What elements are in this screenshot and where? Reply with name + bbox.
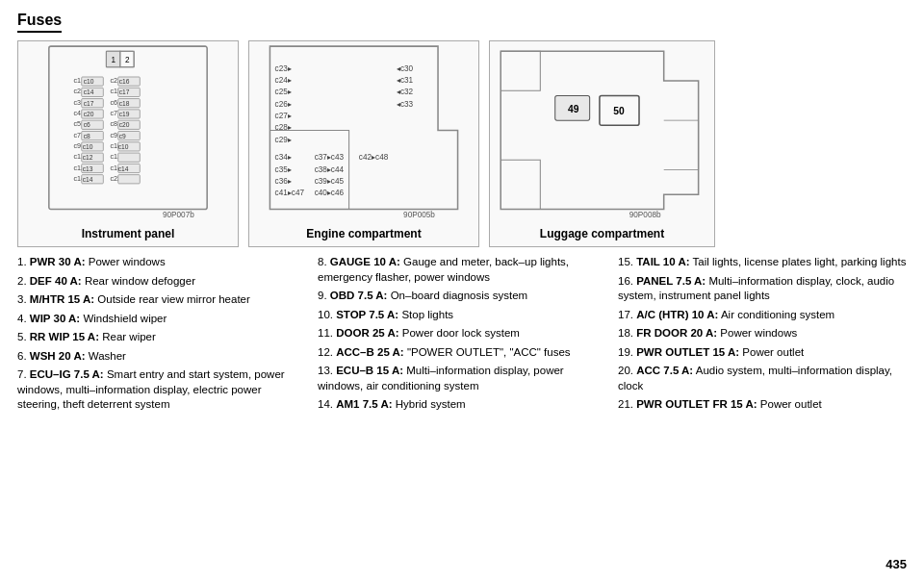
svg-rect-63: [118, 175, 141, 184]
svg-text:90P007b: 90P007b: [163, 211, 194, 219]
svg-text:2: 2: [125, 56, 130, 64]
svg-text:c4: c4: [74, 110, 82, 117]
fuse-label: ECU–IG 7.5 A:: [30, 368, 104, 380]
fuse-label: DOOR 25 A:: [336, 327, 398, 339]
fuse-label: PWR OUTLET FR 15 A:: [636, 398, 757, 410]
fuse-label: PWR OUTLET 15 A:: [636, 346, 739, 358]
svg-text:c3: c3: [74, 99, 82, 107]
fuse-label: M/HTR 15 A:: [30, 293, 94, 305]
svg-text:c10: c10: [118, 143, 129, 150]
svg-text:c10: c10: [84, 78, 94, 85]
svg-text:c14: c14: [84, 88, 94, 95]
svg-text:c34▸: c34▸: [275, 153, 292, 162]
svg-text:c41▸c47: c41▸c47: [275, 189, 305, 197]
fuse-label: OBD 7.5 A:: [330, 290, 388, 301]
svg-text:c1: c1: [74, 77, 82, 85]
fuse-item: 7. ECU–IG 7.5 A: Smart entry and start s…: [17, 367, 306, 413]
svg-text:c6: c6: [84, 121, 90, 128]
svg-text:c9: c9: [111, 132, 118, 139]
fuse-label: WSH 20 A:: [30, 350, 86, 362]
fuse-number: 4.: [17, 313, 30, 324]
svg-text:c20: c20: [84, 111, 94, 117]
fuse-item: 8. GAUGE 10 A: Gauge and meter, back–up …: [318, 255, 606, 285]
fuse-number: 20.: [618, 365, 636, 376]
fuse-number: 21.: [618, 398, 636, 410]
svg-text:◂c31: ◂c31: [397, 76, 414, 85]
svg-text:◂c33: ◂c33: [397, 100, 414, 109]
fuse-number: 10.: [318, 309, 336, 320]
fuse-item: 18. FR DOOR 20 A: Power windows: [618, 326, 907, 341]
svg-text:c25▸: c25▸: [275, 88, 292, 96]
fuse-item: 5. RR WIP 15 A: Rear wiper: [17, 330, 306, 345]
svg-text:c17: c17: [119, 88, 130, 95]
fuse-number: 17.: [618, 309, 636, 320]
fuse-item: 9. OBD 7.5 A: On–board diagnosis system: [318, 289, 606, 304]
fuse-description: Tail lights, license plates light, parki…: [693, 256, 907, 267]
instrument-panel-diagram: 1 2 c1 c10 c2 c14 c3 c17 c4 c20 c5 c6: [17, 40, 239, 247]
svg-text:90P005b: 90P005b: [403, 211, 435, 219]
fuse-description: Power outlet: [742, 346, 804, 358]
svg-text:c27▸: c27▸: [275, 112, 292, 120]
fuse-item: 16. PANEL 7.5 A: Multi–information displ…: [618, 274, 907, 304]
svg-text:c12: c12: [83, 154, 93, 161]
svg-text:1: 1: [112, 56, 116, 64]
svg-text:c5: c5: [74, 120, 82, 128]
fuse-description: "POWER OUTLET", "ACC" fuses: [407, 346, 571, 358]
fuse-item: 4. WIP 30 A: Windshield wiper: [17, 312, 306, 327]
fuse-item: 21. PWR OUTLET FR 15 A: Power outlet: [618, 397, 907, 413]
svg-text:c23▸: c23▸: [275, 64, 292, 73]
svg-text:c10: c10: [83, 143, 93, 150]
fuse-item: 10. STOP 7.5 A: Stop lights: [318, 308, 606, 323]
fuse-item: 3. M/HTR 15 A: Outside rear view mirror …: [17, 292, 306, 308]
fuse-item: 17. A/C (HTR) 10 A: Air conditioning sys…: [618, 308, 907, 323]
svg-text:c24▸: c24▸: [275, 76, 292, 85]
svg-text:c7: c7: [74, 132, 82, 139]
fuse-description: Windshield wiper: [83, 313, 167, 324]
luggage-label: Luggage compartment: [540, 227, 664, 240]
svg-text:c14: c14: [118, 165, 129, 172]
engine-compartment-svg: c23▸ c24▸ c25▸ c26▸ c27▸ c28▸ c29▸ ◂c30 …: [249, 41, 478, 224]
fuse-number: 12.: [318, 346, 336, 358]
fuse-item: 15. TAIL 10 A: Tail lights, license plat…: [618, 255, 907, 270]
fuse-number: 16.: [618, 275, 636, 287]
fuse-item: 13. ECU–B 15 A: Multi–information displa…: [318, 364, 606, 393]
fuse-number: 11.: [318, 327, 336, 339]
svg-text:c18: c18: [119, 100, 130, 107]
svg-text:c13: c13: [83, 165, 93, 172]
page-title: Fuses: [17, 12, 62, 33]
fuse-number: 1.: [17, 256, 30, 267]
svg-text:c20: c20: [119, 121, 130, 128]
fuse-item: 20. ACC 7.5 A: Audio system, multi–infor…: [618, 364, 907, 393]
svg-text:c38▸c44: c38▸c44: [315, 165, 345, 174]
svg-text:◂c32: ◂c32: [397, 88, 414, 96]
svg-text:c29▸: c29▸: [275, 136, 292, 144]
fuse-number: 6.: [17, 350, 30, 362]
fuse-description: Power windows: [89, 256, 166, 267]
fuse-label: GAUGE 10 A:: [330, 256, 400, 267]
fuse-description: Power windows: [720, 327, 797, 339]
fuse-description: Power outlet: [760, 398, 822, 410]
fuse-number: 15.: [618, 256, 636, 267]
fuse-item: 6. WSH 20 A: Washer: [17, 349, 306, 365]
fuse-number: 3.: [17, 293, 30, 305]
svg-text:c9: c9: [119, 133, 126, 139]
page-number: 435: [886, 557, 907, 571]
fuse-number: 19.: [618, 346, 636, 358]
fuse-item: 12. ACC–B 25 A: "POWER OUTLET", "ACC" fu…: [318, 345, 606, 361]
svg-rect-55: [118, 153, 141, 162]
fuse-number: 2.: [17, 275, 30, 287]
fuse-label: ECU–B 15 A:: [336, 365, 403, 376]
fuse-label: ACC 7.5 A:: [636, 365, 693, 376]
fuse-number: 13.: [318, 365, 336, 376]
fuse-item: 19. PWR OUTLET 15 A: Power outlet: [618, 345, 907, 361]
fuse-number: 7.: [17, 368, 30, 380]
fuse-description: Outside rear view mirror heater: [97, 293, 250, 305]
engine-label: Engine compartment: [306, 227, 421, 240]
svg-text:c14: c14: [83, 176, 93, 183]
fuse-label: A/C (HTR) 10 A:: [636, 309, 718, 320]
luggage-compartment-diagram: 49 50 90P008b Luggage compartment: [489, 40, 715, 247]
fuse-item: 11. DOOR 25 A: Power door lock system: [318, 326, 606, 341]
fuse-label: DEF 40 A:: [30, 275, 82, 287]
fuse-label: STOP 7.5 A:: [336, 309, 398, 320]
engine-compartment-diagram: c23▸ c24▸ c25▸ c26▸ c27▸ c28▸ c29▸ ◂c30 …: [248, 40, 479, 247]
